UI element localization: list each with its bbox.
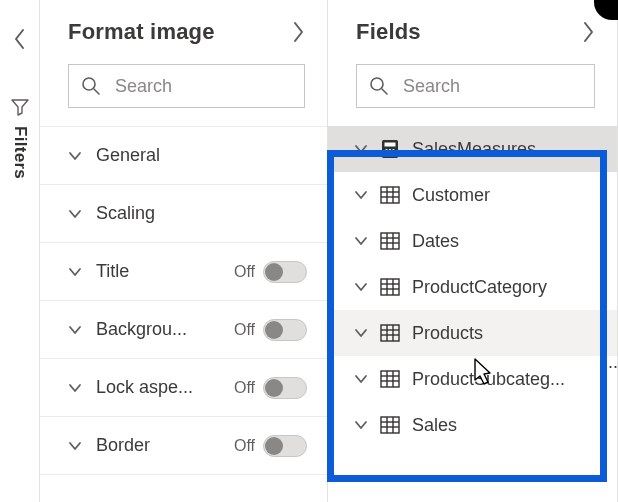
measure-group-icon — [380, 139, 400, 159]
format-section-list: GeneralScalingTitleOffBackgrou...OffLock… — [40, 126, 327, 475]
toggle[interactable]: Off — [234, 435, 307, 457]
format-section-row[interactable]: Lock aspe...Off — [40, 359, 327, 417]
format-search-box[interactable] — [68, 64, 305, 108]
toggle-switch[interactable] — [263, 319, 307, 341]
svg-point-6 — [385, 149, 387, 151]
svg-rect-12 — [381, 187, 399, 203]
svg-rect-37 — [381, 417, 399, 433]
table-icon — [380, 185, 400, 205]
svg-point-8 — [392, 149, 394, 151]
chevron-down-icon — [68, 207, 82, 221]
toggle-switch[interactable] — [263, 435, 307, 457]
format-section-label: Border — [96, 435, 220, 456]
toggle-state-label: Off — [234, 379, 255, 397]
svg-point-9 — [385, 153, 387, 155]
format-section-row[interactable]: Backgrou...Off — [40, 301, 327, 359]
svg-point-11 — [392, 153, 394, 155]
fields-table-label: Sales — [412, 415, 457, 436]
chevron-left-icon[interactable] — [13, 28, 27, 50]
svg-rect-17 — [381, 233, 399, 249]
format-section-label: Backgrou... — [96, 319, 220, 340]
fields-pane-header: Fields — [328, 0, 617, 64]
svg-rect-22 — [381, 279, 399, 295]
table-icon — [380, 323, 400, 343]
fields-pane: Fields SalesMeasuresCustomerDatesProduct… — [328, 0, 618, 502]
svg-point-7 — [389, 149, 391, 151]
svg-rect-32 — [381, 371, 399, 387]
fields-table-list: SalesMeasuresCustomerDatesProductCategor… — [328, 126, 617, 448]
fields-table-label: Dates — [412, 231, 459, 252]
chevron-down-icon — [354, 142, 368, 156]
chevron-down-icon — [68, 439, 82, 453]
format-section-row[interactable]: BorderOff — [40, 417, 327, 475]
fields-table-label: SalesMeasures — [412, 139, 536, 160]
svg-point-10 — [389, 153, 391, 155]
chevron-down-icon — [354, 280, 368, 294]
fields-table-row[interactable]: ProductSubcateg... — [328, 356, 617, 402]
format-pane-title: Format image — [68, 19, 215, 45]
format-section-row[interactable]: TitleOff — [40, 243, 327, 301]
format-search-wrap — [40, 64, 327, 126]
fields-table-label: Products — [412, 323, 483, 344]
svg-rect-5 — [385, 143, 396, 147]
svg-line-3 — [382, 89, 387, 94]
format-section-label: Scaling — [96, 203, 307, 224]
svg-rect-27 — [381, 325, 399, 341]
toggle-state-label: Off — [234, 263, 255, 281]
chevron-right-icon[interactable] — [291, 21, 305, 43]
svg-point-0 — [83, 78, 95, 90]
fields-search-box[interactable] — [356, 64, 595, 108]
search-icon — [369, 76, 389, 96]
toggle[interactable]: Off — [234, 261, 307, 283]
fields-table-row[interactable]: Dates — [328, 218, 617, 264]
toggle[interactable]: Off — [234, 319, 307, 341]
fields-table-row[interactable]: SalesMeasures — [328, 126, 617, 172]
toggle-state-label: Off — [234, 321, 255, 339]
chevron-down-icon — [354, 372, 368, 386]
fields-search-input[interactable] — [401, 75, 582, 98]
format-section-label: Title — [96, 261, 220, 282]
fields-table-row[interactable]: Products — [328, 310, 617, 356]
svg-line-1 — [94, 89, 99, 94]
table-icon — [380, 277, 400, 297]
fields-pane-title: Fields — [356, 19, 421, 45]
filters-rail: Filters — [0, 0, 40, 502]
format-pane: Format image GeneralScalingTitleOffBackg… — [40, 0, 328, 502]
table-icon — [380, 231, 400, 251]
fields-table-label: ProductSubcateg... — [412, 369, 565, 390]
format-pane-header: Format image — [40, 0, 327, 64]
fields-table-row[interactable]: Customer — [328, 172, 617, 218]
chevron-down-icon — [68, 323, 82, 337]
app-root: Filters Format image GeneralScalingTitle… — [0, 0, 618, 502]
filters-rail-label[interactable]: Filters — [10, 126, 30, 179]
search-icon — [81, 76, 101, 96]
chevron-down-icon — [354, 188, 368, 202]
format-section-label: Lock aspe... — [96, 377, 220, 398]
chevron-down-icon — [68, 381, 82, 395]
fields-table-label: ProductCategory — [412, 277, 547, 298]
table-icon — [380, 369, 400, 389]
table-icon — [380, 415, 400, 435]
chevron-down-icon — [68, 265, 82, 279]
toggle-state-label: Off — [234, 437, 255, 455]
chevron-down-icon — [68, 149, 82, 163]
format-section-row[interactable]: Scaling — [40, 185, 327, 243]
format-section-label: General — [96, 145, 307, 166]
chevron-down-icon — [354, 234, 368, 248]
chevron-down-icon — [354, 326, 368, 340]
toggle-switch[interactable] — [263, 377, 307, 399]
fields-table-row[interactable]: Sales — [328, 402, 617, 448]
toggle[interactable]: Off — [234, 377, 307, 399]
chevron-right-icon[interactable] — [581, 21, 595, 43]
chevron-down-icon — [354, 418, 368, 432]
format-section-row[interactable]: General — [40, 127, 327, 185]
fields-table-row[interactable]: ProductCategory — [328, 264, 617, 310]
toggle-switch[interactable] — [263, 261, 307, 283]
fields-search-wrap — [328, 64, 617, 126]
svg-point-2 — [371, 78, 383, 90]
fields-table-label: Customer — [412, 185, 490, 206]
funnel-icon — [11, 98, 29, 116]
format-search-input[interactable] — [113, 75, 292, 98]
